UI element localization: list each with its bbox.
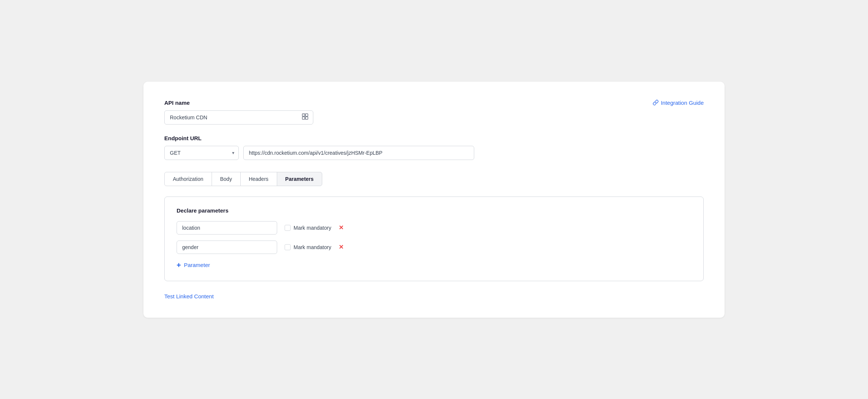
- parameter-input-2[interactable]: [177, 241, 277, 254]
- parameter-input-1[interactable]: [177, 221, 277, 235]
- remove-parameter-1-icon[interactable]: ✕: [339, 225, 343, 231]
- tab-body[interactable]: Body: [212, 172, 241, 186]
- tab-authorization[interactable]: Authorization: [164, 172, 212, 186]
- mark-mandatory-checkbox-2[interactable]: [285, 244, 291, 250]
- mark-mandatory-wrapper-1: Mark mandatory: [285, 225, 331, 231]
- method-select[interactable]: GET POST PUT DELETE PATCH: [164, 146, 239, 160]
- endpoint-url-section: Endpoint URL GET POST PUT DELETE PATCH ▾: [164, 135, 704, 160]
- integration-guide-link[interactable]: Integration Guide: [653, 100, 704, 106]
- add-parameter-label: Parameter: [184, 262, 210, 268]
- plus-icon: +: [177, 261, 181, 269]
- tab-parameters[interactable]: Parameters: [277, 172, 322, 186]
- endpoint-row: GET POST PUT DELETE PATCH ▾: [164, 146, 704, 160]
- url-input[interactable]: [243, 146, 474, 160]
- tabs-row: Authorization Body Headers Parameters: [164, 172, 704, 186]
- main-card: Integration Guide API name Endpoint URL: [143, 82, 725, 318]
- mark-mandatory-checkbox-1[interactable]: [285, 225, 291, 231]
- declare-parameters-title: Declare parameters: [177, 207, 691, 214]
- api-name-section: API name: [164, 100, 704, 125]
- mark-mandatory-label-2: Mark mandatory: [294, 244, 331, 250]
- parameter-row-1: Mark mandatory ✕: [177, 221, 691, 235]
- test-linked-content-button[interactable]: Test Linked Content: [164, 293, 214, 299]
- declare-parameters-box: Declare parameters Mark mandatory ✕ Mark…: [164, 197, 704, 281]
- add-parameter-button[interactable]: + Parameter: [177, 260, 210, 270]
- integration-guide-label: Integration Guide: [661, 100, 704, 106]
- method-select-wrapper: GET POST PUT DELETE PATCH ▾: [164, 146, 239, 160]
- mark-mandatory-wrapper-2: Mark mandatory: [285, 244, 331, 250]
- parameter-row-2: Mark mandatory ✕: [177, 241, 691, 254]
- endpoint-url-label: Endpoint URL: [164, 135, 704, 141]
- link-icon: [653, 100, 659, 106]
- mark-mandatory-label-1: Mark mandatory: [294, 225, 331, 231]
- api-name-input-wrapper: [164, 110, 313, 125]
- api-name-input[interactable]: [164, 110, 313, 125]
- tab-headers[interactable]: Headers: [240, 172, 277, 186]
- api-name-label: API name: [164, 100, 704, 106]
- remove-parameter-2-icon[interactable]: ✕: [339, 244, 343, 250]
